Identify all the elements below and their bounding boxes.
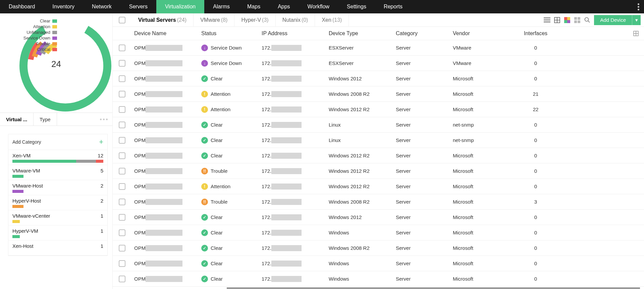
sidebar-more-icon[interactable] [100, 113, 108, 126]
nav-inventory[interactable]: Inventory [44, 0, 83, 13]
category-row[interactable]: Xen-VM12 [8, 150, 107, 165]
tab-virtual-servers[interactable]: Virtual Servers (24) [131, 13, 194, 26]
row-checkbox[interactable] [119, 91, 125, 97]
row-checkbox[interactable] [119, 245, 125, 251]
nav-alarms[interactable]: Alarms [204, 0, 238, 13]
row-checkbox[interactable] [119, 152, 125, 159]
category-row[interactable]: HyperV-VM1 [8, 225, 107, 240]
nav-reports[interactable]: Reports [375, 0, 411, 13]
row-checkbox[interactable] [119, 276, 125, 282]
nav-dashboard[interactable]: Dashboard [0, 0, 44, 13]
status-icon: ↓ [201, 60, 208, 67]
row-checkbox[interactable] [119, 183, 125, 190]
add-device-dropdown-icon[interactable]: ▾ [632, 15, 641, 25]
legend-item: Service Down [0, 35, 57, 41]
col-device-type[interactable]: Device Type [326, 30, 393, 37]
side-tab-0[interactable]: Virtual ... [0, 113, 34, 126]
col-ip[interactable]: IP Address [259, 30, 326, 37]
legend-item: UnManaged [0, 29, 57, 35]
chart-legend: ClearAttentionUnManagedService DownTroub… [0, 18, 57, 52]
tab-xen[interactable]: Xen (13) [315, 13, 349, 26]
tab-vmware[interactable]: VMware (8) [194, 13, 234, 26]
col-device-name[interactable]: Device Name [131, 30, 199, 37]
table-row[interactable]: OPM!!Trouble172.Windows 2008 R2ServerMic… [113, 194, 644, 210]
legend-item: Trouble [0, 41, 57, 47]
category-row[interactable]: Xen-Host1 [8, 240, 107, 256]
table-row[interactable]: OPM✓Clear172.WindowsServerMicrosoft0 [113, 225, 644, 240]
table-row[interactable]: OPM↓Service Down172.ESXServerServerVMwar… [113, 40, 644, 56]
nav-workflow[interactable]: Workflow [299, 0, 338, 13]
add-category-label: Add Category [12, 139, 41, 145]
nav-maps[interactable]: Maps [238, 0, 269, 13]
nav-network[interactable]: Network [83, 0, 120, 13]
nav-virtualization[interactable]: Virtualization [156, 0, 204, 13]
table-row[interactable]: OPM✓Clear172.WindowsServerMicrosoft0 [113, 256, 644, 271]
tab-nutanix[interactable]: Nutanix (0) [276, 13, 315, 26]
svg-rect-1 [544, 19, 550, 20]
col-interfaces[interactable]: Interfaces [511, 30, 561, 37]
table-row[interactable]: OPM✓Clear172.Windows 2008 R2ServerMicros… [113, 240, 644, 256]
row-checkbox[interactable] [119, 106, 125, 113]
nav-settings[interactable]: Settings [338, 0, 375, 13]
search-icon[interactable] [584, 17, 591, 23]
status-icon: ✓ [201, 245, 208, 251]
legend-item: Critical [0, 47, 57, 52]
nav-apps[interactable]: Apps [269, 0, 299, 13]
table-row[interactable]: OPM!!Trouble172.Windows 2012 R2ServerMic… [113, 163, 644, 179]
row-checkbox[interactable] [119, 75, 125, 82]
column-settings-icon[interactable] [633, 31, 639, 36]
legend-item: Clear [0, 18, 57, 24]
svg-rect-11 [578, 17, 580, 20]
col-category[interactable]: Category [393, 30, 450, 37]
svg-rect-13 [578, 20, 580, 23]
table-row[interactable]: OPM✓Clear172.Windows 2012ServerMicrosoft… [113, 210, 644, 225]
select-all-checkbox[interactable] [119, 17, 125, 23]
category-row[interactable]: VMware-vCenter1 [8, 210, 107, 225]
add-device-button[interactable]: Add Device ▾ [594, 15, 641, 25]
table-row[interactable]: OPM!Attention172.Windows 2008 R2ServerMi… [113, 86, 644, 102]
top-nav: DashboardInventoryNetworkServersVirtuali… [0, 0, 644, 13]
list-view-icon[interactable] [544, 17, 550, 23]
sidebar-tabs: Virtual ...Type [0, 113, 112, 126]
table-body: OPM↓Service Down172.ESXServerServerVMwar… [113, 40, 644, 287]
grid-view-icon[interactable] [554, 17, 560, 23]
table-row[interactable]: OPM!Attention172.Windows 2012 R2ServerMi… [113, 102, 644, 117]
category-row[interactable]: VMware-Host2 [8, 180, 107, 195]
table-row[interactable]: OPM✓Clear172.WindowsServerMicrosoft0 [113, 271, 644, 287]
side-tab-1[interactable]: Type [34, 113, 57, 126]
svg-rect-8 [564, 20, 567, 23]
tab-hyper-v[interactable]: Hyper-V (3) [234, 13, 275, 26]
svg-point-14 [585, 17, 589, 21]
category-panel: Add Category + Xen-VM12VMware-VM5VMware-… [8, 134, 108, 256]
col-status[interactable]: Status [199, 30, 259, 37]
more-menu-icon[interactable] [638, 0, 639, 13]
row-checkbox[interactable] [119, 199, 125, 205]
category-row[interactable]: VMware-VM5 [8, 165, 107, 180]
color-view-icon[interactable] [564, 17, 571, 23]
svg-rect-10 [574, 17, 577, 20]
table-row[interactable]: OPM✓Clear172.Windows 2012 R2ServerMicros… [113, 148, 644, 163]
status-icon: ↓ [201, 45, 208, 51]
svg-rect-12 [574, 20, 577, 23]
nav-servers[interactable]: Servers [120, 0, 156, 13]
col-vendor[interactable]: Vendor [450, 30, 511, 37]
legend-item: Attention [0, 24, 57, 29]
row-checkbox[interactable] [119, 60, 125, 67]
table-row[interactable]: OPM✓Clear172.Windows 2012ServerMicrosoft… [113, 71, 644, 86]
row-checkbox[interactable] [119, 168, 125, 174]
category-row[interactable]: HyperV-Host2 [8, 195, 107, 210]
row-checkbox[interactable] [119, 45, 125, 51]
table-row[interactable]: OPM!Attention172.Windows 2012 R2ServerMi… [113, 179, 644, 194]
add-category-button[interactable]: + [99, 138, 103, 146]
row-checkbox[interactable] [119, 229, 125, 236]
status-icon: !! [201, 168, 208, 174]
table-row[interactable]: OPM✓Clear172.LinuxServernet-snmp0 [113, 133, 644, 148]
table-row[interactable]: OPM✓Clear172.LinuxServernet-snmp0 [113, 117, 644, 133]
row-checkbox[interactable] [119, 214, 125, 221]
table-row[interactable]: OPM↓Service Down172.ESXServerServerVMwar… [113, 56, 644, 71]
row-checkbox[interactable] [119, 137, 125, 144]
horizontal-scrollbar[interactable] [227, 287, 640, 289]
row-checkbox[interactable] [119, 260, 125, 267]
tiles-view-icon[interactable] [574, 17, 581, 23]
row-checkbox[interactable] [119, 122, 125, 128]
